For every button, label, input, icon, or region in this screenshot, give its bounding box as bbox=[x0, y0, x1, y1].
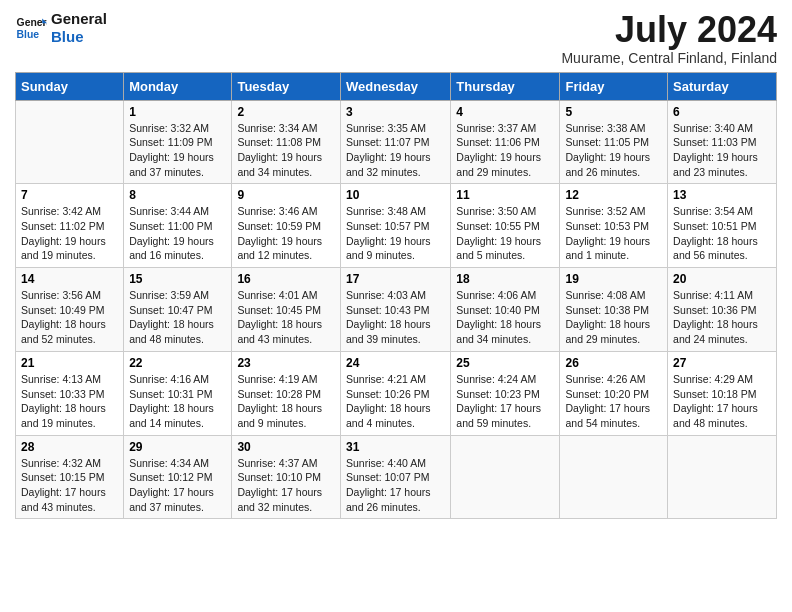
calendar-cell: 21Sunrise: 4:13 AM Sunset: 10:33 PM Dayl… bbox=[16, 351, 124, 435]
weekday-header-tuesday: Tuesday bbox=[232, 72, 341, 100]
day-info: Sunrise: 4:40 AM Sunset: 10:07 PM Daylig… bbox=[346, 456, 445, 515]
day-number: 15 bbox=[129, 272, 226, 286]
calendar-cell bbox=[560, 435, 668, 519]
calendar-cell bbox=[451, 435, 560, 519]
day-info: Sunrise: 3:46 AM Sunset: 10:59 PM Daylig… bbox=[237, 204, 335, 263]
day-info: Sunrise: 3:34 AM Sunset: 11:08 PM Daylig… bbox=[237, 121, 335, 180]
day-number: 5 bbox=[565, 105, 662, 119]
title-block: July 2024 Muurame, Central Finland, Finl… bbox=[561, 10, 777, 66]
day-info: Sunrise: 4:21 AM Sunset: 10:26 PM Daylig… bbox=[346, 372, 445, 431]
day-number: 30 bbox=[237, 440, 335, 454]
calendar-cell: 13Sunrise: 3:54 AM Sunset: 10:51 PM Dayl… bbox=[668, 184, 777, 268]
calendar-cell: 26Sunrise: 4:26 AM Sunset: 10:20 PM Dayl… bbox=[560, 351, 668, 435]
logo: General Blue General Blue bbox=[15, 10, 107, 46]
day-number: 1 bbox=[129, 105, 226, 119]
day-number: 13 bbox=[673, 188, 771, 202]
week-row-4: 21Sunrise: 4:13 AM Sunset: 10:33 PM Dayl… bbox=[16, 351, 777, 435]
calendar-cell: 4Sunrise: 3:37 AM Sunset: 11:06 PM Dayli… bbox=[451, 100, 560, 184]
day-number: 7 bbox=[21, 188, 118, 202]
calendar-cell: 14Sunrise: 3:56 AM Sunset: 10:49 PM Dayl… bbox=[16, 268, 124, 352]
week-row-1: 1Sunrise: 3:32 AM Sunset: 11:09 PM Dayli… bbox=[16, 100, 777, 184]
calendar-cell: 8Sunrise: 3:44 AM Sunset: 11:00 PM Dayli… bbox=[124, 184, 232, 268]
day-info: Sunrise: 4:19 AM Sunset: 10:28 PM Daylig… bbox=[237, 372, 335, 431]
day-info: Sunrise: 3:40 AM Sunset: 11:03 PM Daylig… bbox=[673, 121, 771, 180]
calendar-cell: 28Sunrise: 4:32 AM Sunset: 10:15 PM Dayl… bbox=[16, 435, 124, 519]
day-number: 22 bbox=[129, 356, 226, 370]
calendar-cell: 5Sunrise: 3:38 AM Sunset: 11:05 PM Dayli… bbox=[560, 100, 668, 184]
day-info: Sunrise: 3:52 AM Sunset: 10:53 PM Daylig… bbox=[565, 204, 662, 263]
page-header: General Blue General Blue July 2024 Muur… bbox=[15, 10, 777, 66]
day-info: Sunrise: 3:54 AM Sunset: 10:51 PM Daylig… bbox=[673, 204, 771, 263]
calendar-cell: 27Sunrise: 4:29 AM Sunset: 10:18 PM Dayl… bbox=[668, 351, 777, 435]
day-info: Sunrise: 3:50 AM Sunset: 10:55 PM Daylig… bbox=[456, 204, 554, 263]
day-info: Sunrise: 4:37 AM Sunset: 10:10 PM Daylig… bbox=[237, 456, 335, 515]
day-number: 20 bbox=[673, 272, 771, 286]
calendar-cell: 6Sunrise: 3:40 AM Sunset: 11:03 PM Dayli… bbox=[668, 100, 777, 184]
calendar-cell: 22Sunrise: 4:16 AM Sunset: 10:31 PM Dayl… bbox=[124, 351, 232, 435]
weekday-header-thursday: Thursday bbox=[451, 72, 560, 100]
day-number: 26 bbox=[565, 356, 662, 370]
calendar-cell bbox=[16, 100, 124, 184]
calendar-cell: 16Sunrise: 4:01 AM Sunset: 10:45 PM Dayl… bbox=[232, 268, 341, 352]
calendar-cell: 17Sunrise: 4:03 AM Sunset: 10:43 PM Dayl… bbox=[340, 268, 450, 352]
day-number: 31 bbox=[346, 440, 445, 454]
day-info: Sunrise: 3:42 AM Sunset: 11:02 PM Daylig… bbox=[21, 204, 118, 263]
day-info: Sunrise: 3:44 AM Sunset: 11:00 PM Daylig… bbox=[129, 204, 226, 263]
weekday-header-wednesday: Wednesday bbox=[340, 72, 450, 100]
calendar-cell: 29Sunrise: 4:34 AM Sunset: 10:12 PM Dayl… bbox=[124, 435, 232, 519]
day-number: 8 bbox=[129, 188, 226, 202]
day-info: Sunrise: 4:03 AM Sunset: 10:43 PM Daylig… bbox=[346, 288, 445, 347]
day-info: Sunrise: 4:13 AM Sunset: 10:33 PM Daylig… bbox=[21, 372, 118, 431]
weekday-header-sunday: Sunday bbox=[16, 72, 124, 100]
week-row-2: 7Sunrise: 3:42 AM Sunset: 11:02 PM Dayli… bbox=[16, 184, 777, 268]
day-number: 9 bbox=[237, 188, 335, 202]
location: Muurame, Central Finland, Finland bbox=[561, 50, 777, 66]
calendar-cell: 15Sunrise: 3:59 AM Sunset: 10:47 PM Dayl… bbox=[124, 268, 232, 352]
calendar-cell: 18Sunrise: 4:06 AM Sunset: 10:40 PM Dayl… bbox=[451, 268, 560, 352]
day-info: Sunrise: 4:26 AM Sunset: 10:20 PM Daylig… bbox=[565, 372, 662, 431]
day-info: Sunrise: 4:32 AM Sunset: 10:15 PM Daylig… bbox=[21, 456, 118, 515]
week-row-3: 14Sunrise: 3:56 AM Sunset: 10:49 PM Dayl… bbox=[16, 268, 777, 352]
day-info: Sunrise: 4:06 AM Sunset: 10:40 PM Daylig… bbox=[456, 288, 554, 347]
day-number: 4 bbox=[456, 105, 554, 119]
day-number: 17 bbox=[346, 272, 445, 286]
calendar-cell: 11Sunrise: 3:50 AM Sunset: 10:55 PM Dayl… bbox=[451, 184, 560, 268]
calendar-cell: 2Sunrise: 3:34 AM Sunset: 11:08 PM Dayli… bbox=[232, 100, 341, 184]
day-number: 16 bbox=[237, 272, 335, 286]
calendar-cell: 20Sunrise: 4:11 AM Sunset: 10:36 PM Dayl… bbox=[668, 268, 777, 352]
day-info: Sunrise: 4:29 AM Sunset: 10:18 PM Daylig… bbox=[673, 372, 771, 431]
day-number: 14 bbox=[21, 272, 118, 286]
day-info: Sunrise: 3:38 AM Sunset: 11:05 PM Daylig… bbox=[565, 121, 662, 180]
day-info: Sunrise: 3:48 AM Sunset: 10:57 PM Daylig… bbox=[346, 204, 445, 263]
day-info: Sunrise: 4:24 AM Sunset: 10:23 PM Daylig… bbox=[456, 372, 554, 431]
day-number: 29 bbox=[129, 440, 226, 454]
day-number: 6 bbox=[673, 105, 771, 119]
weekday-header-saturday: Saturday bbox=[668, 72, 777, 100]
day-info: Sunrise: 3:32 AM Sunset: 11:09 PM Daylig… bbox=[129, 121, 226, 180]
day-number: 11 bbox=[456, 188, 554, 202]
day-info: Sunrise: 3:59 AM Sunset: 10:47 PM Daylig… bbox=[129, 288, 226, 347]
calendar-cell: 25Sunrise: 4:24 AM Sunset: 10:23 PM Dayl… bbox=[451, 351, 560, 435]
day-info: Sunrise: 4:16 AM Sunset: 10:31 PM Daylig… bbox=[129, 372, 226, 431]
day-number: 10 bbox=[346, 188, 445, 202]
day-info: Sunrise: 4:11 AM Sunset: 10:36 PM Daylig… bbox=[673, 288, 771, 347]
day-info: Sunrise: 4:08 AM Sunset: 10:38 PM Daylig… bbox=[565, 288, 662, 347]
day-number: 24 bbox=[346, 356, 445, 370]
day-number: 2 bbox=[237, 105, 335, 119]
day-number: 12 bbox=[565, 188, 662, 202]
calendar-cell: 12Sunrise: 3:52 AM Sunset: 10:53 PM Dayl… bbox=[560, 184, 668, 268]
day-info: Sunrise: 3:56 AM Sunset: 10:49 PM Daylig… bbox=[21, 288, 118, 347]
day-number: 21 bbox=[21, 356, 118, 370]
day-info: Sunrise: 4:34 AM Sunset: 10:12 PM Daylig… bbox=[129, 456, 226, 515]
day-number: 28 bbox=[21, 440, 118, 454]
calendar-cell bbox=[668, 435, 777, 519]
calendar-cell: 30Sunrise: 4:37 AM Sunset: 10:10 PM Dayl… bbox=[232, 435, 341, 519]
calendar-cell: 3Sunrise: 3:35 AM Sunset: 11:07 PM Dayli… bbox=[340, 100, 450, 184]
day-info: Sunrise: 4:01 AM Sunset: 10:45 PM Daylig… bbox=[237, 288, 335, 347]
logo-blue: Blue bbox=[51, 28, 107, 46]
calendar-cell: 10Sunrise: 3:48 AM Sunset: 10:57 PM Dayl… bbox=[340, 184, 450, 268]
day-info: Sunrise: 3:35 AM Sunset: 11:07 PM Daylig… bbox=[346, 121, 445, 180]
calendar-cell: 9Sunrise: 3:46 AM Sunset: 10:59 PM Dayli… bbox=[232, 184, 341, 268]
calendar-cell: 1Sunrise: 3:32 AM Sunset: 11:09 PM Dayli… bbox=[124, 100, 232, 184]
weekday-header-monday: Monday bbox=[124, 72, 232, 100]
